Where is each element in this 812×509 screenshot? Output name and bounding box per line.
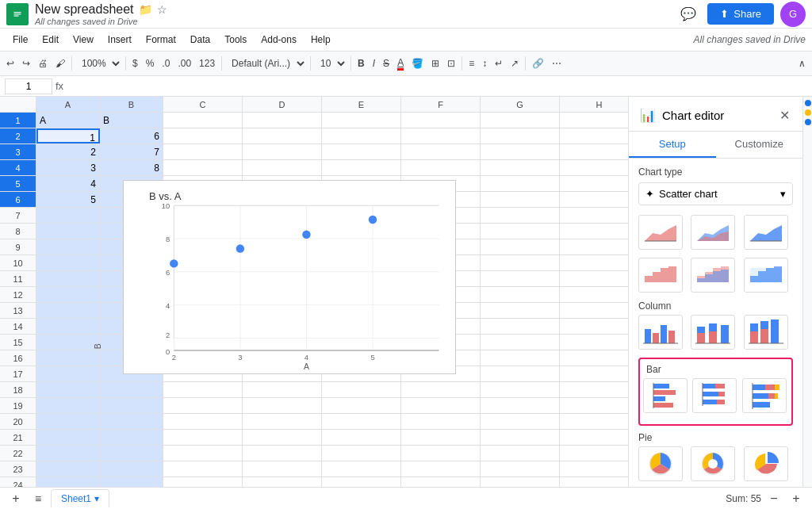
row-number[interactable]: 2 bbox=[0, 128, 36, 144]
cell-empty[interactable] bbox=[560, 430, 628, 445]
cell-A20[interactable] bbox=[36, 414, 100, 429]
cell-A1[interactable]: A bbox=[36, 113, 100, 128]
cell-empty[interactable] bbox=[560, 128, 628, 144]
col-header-D[interactable]: D bbox=[243, 97, 322, 112]
sidebar-dot-3[interactable] bbox=[805, 119, 811, 125]
cell-empty[interactable] bbox=[163, 128, 243, 144]
col-header-A[interactable]: A bbox=[36, 97, 100, 112]
cell-empty[interactable] bbox=[481, 128, 560, 144]
row-number[interactable]: 3 bbox=[0, 144, 36, 159]
tab-customize[interactable]: Customize bbox=[716, 132, 803, 158]
cell-empty[interactable] bbox=[481, 239, 560, 254]
cell-reference[interactable] bbox=[5, 78, 52, 94]
row-number[interactable]: 1 bbox=[0, 113, 36, 128]
cell-empty[interactable] bbox=[163, 477, 243, 487]
star-icon[interactable]: ☆ bbox=[157, 3, 167, 16]
rotate-button[interactable]: ↗ bbox=[508, 56, 522, 71]
cell-empty[interactable] bbox=[560, 366, 628, 381]
cell-empty[interactable] bbox=[243, 382, 322, 397]
font-select[interactable]: Default (Ari...) bbox=[225, 55, 307, 71]
cell-B4[interactable]: 8 bbox=[100, 160, 163, 175]
cell-A21[interactable] bbox=[36, 430, 100, 445]
cell-A19[interactable] bbox=[36, 398, 100, 413]
cell-empty[interactable] bbox=[243, 398, 322, 413]
cell-empty[interactable] bbox=[481, 208, 560, 223]
cell-A11[interactable] bbox=[36, 271, 100, 286]
row-number[interactable]: 16 bbox=[0, 350, 36, 365]
collapse-toolbar-button[interactable]: ∧ bbox=[795, 56, 809, 71]
menu-file[interactable]: File bbox=[6, 32, 34, 48]
cell-B23[interactable] bbox=[100, 461, 163, 476]
cell-empty[interactable] bbox=[322, 160, 401, 175]
cell-empty[interactable] bbox=[322, 128, 401, 144]
cell-empty[interactable] bbox=[560, 382, 628, 397]
cell-empty[interactable] bbox=[401, 382, 481, 397]
zoom-in-button[interactable]: + bbox=[787, 489, 806, 508]
menu-help[interactable]: Help bbox=[304, 32, 337, 48]
pie-thumb-2[interactable] bbox=[691, 446, 735, 481]
cell-empty[interactable] bbox=[243, 160, 322, 175]
cell-A4[interactable]: 3 bbox=[36, 160, 100, 175]
cell-empty[interactable] bbox=[243, 128, 322, 144]
row-number[interactable]: 21 bbox=[0, 430, 36, 445]
wrap-button[interactable]: ↵ bbox=[492, 56, 506, 71]
tab-setup[interactable]: Setup bbox=[629, 132, 716, 158]
cell-empty[interactable] bbox=[560, 113, 628, 128]
menu-tools[interactable]: Tools bbox=[218, 32, 253, 48]
menu-insert[interactable]: Insert bbox=[102, 32, 138, 48]
decimal-inc-button[interactable]: .00 bbox=[174, 56, 194, 71]
col-header-B[interactable]: B bbox=[100, 97, 163, 112]
cell-empty[interactable] bbox=[322, 446, 401, 461]
cell-A5[interactable]: 4 bbox=[36, 176, 100, 191]
cell-empty[interactable] bbox=[481, 446, 560, 461]
cell-empty[interactable] bbox=[322, 398, 401, 413]
bold-button[interactable]: B bbox=[354, 56, 368, 71]
cell-empty[interactable] bbox=[243, 461, 322, 476]
cell-empty[interactable] bbox=[481, 192, 560, 207]
column-thumb-3[interactable] bbox=[744, 315, 788, 350]
currency-button[interactable]: $ bbox=[129, 56, 141, 71]
row-number[interactable]: 4 bbox=[0, 160, 36, 175]
merge-button[interactable]: ⊡ bbox=[444, 56, 458, 71]
cell-empty[interactable] bbox=[322, 477, 401, 487]
cell-empty[interactable] bbox=[560, 335, 628, 350]
cell-empty[interactable] bbox=[481, 382, 560, 397]
cell-empty[interactable] bbox=[560, 350, 628, 365]
row-number[interactable]: 7 bbox=[0, 208, 36, 223]
cell-empty[interactable] bbox=[322, 113, 401, 128]
bar-thumb-2[interactable] bbox=[692, 378, 737, 413]
cell-empty[interactable] bbox=[481, 303, 560, 318]
cell-A17[interactable] bbox=[36, 366, 100, 381]
row-number[interactable]: 23 bbox=[0, 461, 36, 476]
cell-empty[interactable] bbox=[401, 446, 481, 461]
cell-empty[interactable] bbox=[163, 461, 243, 476]
row-number[interactable]: 20 bbox=[0, 414, 36, 429]
formula-input[interactable] bbox=[67, 79, 807, 94]
redo-button[interactable]: ↪ bbox=[19, 56, 33, 71]
row-number[interactable]: 18 bbox=[0, 382, 36, 397]
row-number[interactable]: 17 bbox=[0, 366, 36, 381]
cell-empty[interactable] bbox=[163, 160, 243, 175]
cell-A22[interactable] bbox=[36, 446, 100, 461]
decimal-dec-button[interactable]: .0 bbox=[159, 56, 173, 71]
strikethrough-button[interactable]: S bbox=[380, 56, 393, 71]
cell-empty[interactable] bbox=[560, 144, 628, 159]
cell-empty[interactable] bbox=[401, 113, 481, 128]
cell-empty[interactable] bbox=[481, 414, 560, 429]
cell-empty[interactable] bbox=[560, 160, 628, 175]
cell-A24[interactable] bbox=[36, 477, 100, 487]
zoom-out-button[interactable]: − bbox=[764, 489, 783, 508]
col-header-G[interactable]: G bbox=[481, 97, 560, 112]
undo-button[interactable]: ↩ bbox=[3, 56, 17, 71]
cell-A14[interactable] bbox=[36, 319, 100, 334]
cell-empty[interactable] bbox=[243, 446, 322, 461]
row-number[interactable]: 6 bbox=[0, 192, 36, 207]
chart-container[interactable]: B vs. A 10 8 6 4 2 0 2 bbox=[123, 180, 456, 374]
row-number[interactable]: 24 bbox=[0, 477, 36, 487]
cell-empty[interactable] bbox=[401, 160, 481, 175]
cell-A13[interactable] bbox=[36, 303, 100, 318]
row-number[interactable]: 5 bbox=[0, 176, 36, 191]
cell-A18[interactable] bbox=[36, 382, 100, 397]
area-thumb-3[interactable] bbox=[744, 215, 788, 250]
cell-empty[interactable] bbox=[401, 128, 481, 144]
